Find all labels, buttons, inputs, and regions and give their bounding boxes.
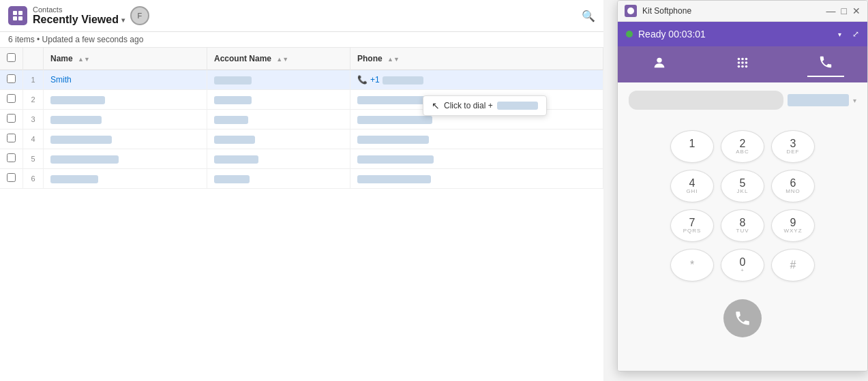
- key-hash[interactable]: #: [771, 249, 815, 281]
- status-text: 6 items • Updated a few seconds ago: [8, 35, 143, 44]
- svg-rect-3: [18, 16, 23, 20]
- account-sort-icon: ▲▼: [276, 56, 288, 63]
- status-dot: [626, 31, 633, 37]
- account-name-column-header[interactable]: Account Name ▲▼: [207, 48, 350, 70]
- status-timer: 00:03:01: [668, 29, 706, 40]
- app-icon: [8, 6, 27, 25]
- svg-point-10: [741, 61, 744, 64]
- svg-point-8: [745, 58, 748, 61]
- nav-keypad-icon[interactable]: [724, 52, 761, 76]
- account-blurred: [214, 96, 252, 104]
- input-blurred: [788, 94, 849, 106]
- account-blurred: [214, 175, 250, 183]
- name-sort-icon: ▲▼: [78, 56, 90, 63]
- phone-blurred: [357, 175, 431, 183]
- contact-name-cell: Smith: [44, 70, 207, 90]
- name-blurred: [50, 116, 102, 124]
- row-checkbox[interactable]: [7, 173, 16, 182]
- row-number: 2: [23, 90, 44, 110]
- softphone-body: ▾ 1 2 ABC 3 DEF 4 GHI 5 JKL: [618, 82, 867, 371]
- key-7[interactable]: 7 PQRS: [670, 209, 714, 242]
- softphone-nav: [618, 46, 867, 82]
- breadcrumb: Contacts: [33, 5, 125, 14]
- nav-call-icon[interactable]: [807, 52, 844, 77]
- account-name-blurred: [214, 76, 252, 85]
- breadcrumb-title: Recently Viewed ▾: [33, 14, 125, 26]
- phone-blurred: [383, 76, 423, 85]
- key-5[interactable]: 5 JKL: [721, 170, 764, 202]
- row-num-col: [23, 48, 44, 70]
- recently-viewed-dropdown[interactable]: ▾: [121, 16, 125, 24]
- key-9[interactable]: 9 WXYZ: [771, 209, 815, 242]
- key-8[interactable]: 8 TUV: [721, 209, 764, 242]
- name-blurred: [50, 96, 105, 104]
- table-row: 6: [0, 169, 603, 189]
- row-checkbox-col: [0, 70, 23, 90]
- status-ready-text: Ready 00:03:01: [638, 29, 833, 40]
- phone-number[interactable]: +1: [370, 75, 380, 85]
- account-name-cell: [207, 70, 350, 90]
- svg-point-7: [741, 58, 744, 61]
- key-1[interactable]: 1: [670, 130, 714, 163]
- table-header-row: Name ▲▼ Account Name ▲▼ Phone ▲▼: [0, 48, 603, 70]
- softphone-panel: Kit Softphone — □ ✕ Ready 00:03:01 ▾ ⤢: [617, 0, 868, 371]
- row-number: 6: [23, 169, 44, 189]
- svg-rect-1: [18, 11, 23, 15]
- close-button[interactable]: ✕: [852, 6, 860, 16]
- svg-point-12: [738, 65, 740, 68]
- contacts-table: Name ▲▼ Account Name ▲▼ Phone ▲▼ 1: [0, 48, 603, 189]
- minimize-button[interactable]: —: [826, 6, 836, 16]
- phone-column-header[interactable]: Phone ▲▼: [350, 48, 603, 70]
- row-checkbox[interactable]: [7, 74, 16, 83]
- key-6[interactable]: 6 MNO: [771, 170, 815, 202]
- dial-input-row: ▾: [618, 82, 867, 114]
- account-blurred: [214, 136, 255, 144]
- svg-point-14: [745, 65, 748, 68]
- account-blurred: [214, 116, 248, 124]
- breadcrumb-area: Contacts Recently Viewed ▾: [33, 5, 125, 26]
- phone-icon: 📞: [357, 75, 368, 85]
- row-checkbox[interactable]: [7, 94, 16, 103]
- crm-panel: Contacts Recently Viewed ▾ F 🔍 6 items •…: [0, 0, 603, 381]
- softphone-app-icon: [625, 5, 637, 17]
- phone-blurred: [357, 136, 429, 144]
- expand-icon[interactable]: ⤢: [852, 29, 859, 39]
- key-2[interactable]: 2 ABC: [721, 130, 764, 163]
- maximize-button[interactable]: □: [841, 6, 847, 16]
- phone-blurred: [357, 116, 432, 124]
- key-star[interactable]: *: [670, 249, 714, 281]
- nav-contacts-icon[interactable]: [641, 52, 678, 76]
- phone-blurred: [357, 96, 425, 104]
- blurred-phone-part: [383, 75, 423, 84]
- row-checkbox[interactable]: [7, 153, 16, 162]
- avatar-button[interactable]: F: [130, 6, 149, 25]
- table-row: 5: [0, 149, 603, 169]
- row-checkbox[interactable]: [7, 134, 16, 142]
- status-dropdown-arrow[interactable]: ▾: [838, 31, 841, 38]
- svg-point-13: [741, 65, 744, 68]
- keypad: 1 2 ABC 3 DEF 4 GHI 5 JKL 6 MNO: [659, 119, 826, 292]
- svg-rect-0: [13, 11, 17, 15]
- call-button[interactable]: [723, 299, 762, 337]
- name-blurred: [50, 175, 98, 183]
- svg-point-9: [738, 61, 740, 64]
- key-3[interactable]: 3 DEF: [771, 130, 815, 163]
- phone-blurred: [357, 155, 434, 164]
- input-dropdown-icon[interactable]: ▾: [853, 97, 856, 104]
- key-4[interactable]: 4 GHI: [670, 170, 714, 202]
- svg-point-4: [627, 7, 634, 14]
- key-0[interactable]: 0 +: [721, 249, 764, 281]
- row-checkbox[interactable]: [7, 114, 16, 123]
- phone-sort-icon: ▲▼: [387, 56, 400, 63]
- search-icon[interactable]: 🔍: [582, 10, 595, 22]
- row-number: 3: [23, 110, 44, 129]
- click-to-dial-tooltip[interactable]: ↖ Click to dial +: [423, 95, 547, 116]
- table-row: 1 Smith 📞 +1: [0, 70, 603, 90]
- name-blurred: [50, 155, 119, 164]
- select-all-checkbox[interactable]: [7, 53, 16, 62]
- name-column-header[interactable]: Name ▲▼: [44, 48, 207, 70]
- row-number: 1: [23, 70, 44, 90]
- account-blurred: [214, 155, 258, 164]
- dial-input[interactable]: [629, 91, 783, 110]
- contact-name-link[interactable]: Smith: [50, 75, 72, 85]
